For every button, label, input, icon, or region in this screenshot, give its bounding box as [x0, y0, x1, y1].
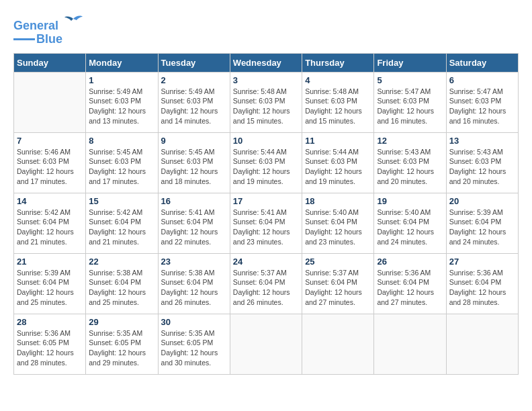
- calendar-cell: 15Sunrise: 5:42 AM Sunset: 6:04 PM Dayli…: [86, 193, 158, 253]
- calendar-cell: [302, 314, 374, 374]
- calendar-cell: 9Sunrise: 5:45 AM Sunset: 6:03 PM Daylig…: [158, 132, 230, 193]
- calendar-cell: 13Sunrise: 5:43 AM Sunset: 6:03 PM Dayli…: [446, 132, 518, 193]
- day-number: 9: [161, 136, 227, 146]
- calendar-cell: 30Sunrise: 5:35 AM Sunset: 6:05 PM Dayli…: [158, 314, 230, 374]
- calendar-cell: [14, 72, 86, 132]
- calendar-cell: 23Sunrise: 5:38 AM Sunset: 6:04 PM Dayli…: [158, 253, 230, 314]
- calendar-cell: 20Sunrise: 5:39 AM Sunset: 6:04 PM Dayli…: [446, 193, 518, 253]
- weekday-header-sunday: Sunday: [14, 53, 86, 72]
- calendar-week-3: 14Sunrise: 5:42 AM Sunset: 6:04 PM Dayli…: [14, 193, 519, 253]
- logo: General Blue: [13, 13, 83, 46]
- day-info: Sunrise: 5:38 AM Sunset: 6:04 PM Dayligh…: [89, 268, 154, 308]
- logo-bird-icon: [63, 13, 83, 30]
- day-info: Sunrise: 5:37 AM Sunset: 6:04 PM Dayligh…: [233, 268, 299, 308]
- calendar-cell: 27Sunrise: 5:36 AM Sunset: 6:04 PM Dayli…: [446, 253, 518, 314]
- calendar-cell: 21Sunrise: 5:39 AM Sunset: 6:04 PM Dayli…: [14, 253, 86, 314]
- day-info: Sunrise: 5:44 AM Sunset: 6:03 PM Dayligh…: [233, 147, 299, 187]
- day-info: Sunrise: 5:49 AM Sunset: 6:03 PM Dayligh…: [161, 87, 227, 126]
- day-number: 17: [233, 196, 299, 206]
- calendar-week-5: 28Sunrise: 5:36 AM Sunset: 6:05 PM Dayli…: [14, 314, 519, 374]
- day-number: 10: [233, 136, 299, 146]
- calendar-cell: 19Sunrise: 5:40 AM Sunset: 6:04 PM Dayli…: [374, 193, 446, 253]
- day-info: Sunrise: 5:48 AM Sunset: 6:03 PM Dayligh…: [305, 87, 371, 126]
- day-number: 21: [17, 257, 83, 267]
- day-number: 6: [449, 75, 515, 85]
- day-info: Sunrise: 5:45 AM Sunset: 6:03 PM Dayligh…: [89, 147, 154, 187]
- weekday-header-friday: Friday: [374, 53, 446, 72]
- day-info: Sunrise: 5:36 AM Sunset: 6:04 PM Dayligh…: [449, 268, 515, 308]
- day-number: 2: [161, 75, 227, 85]
- calendar-cell: 17Sunrise: 5:41 AM Sunset: 6:04 PM Dayli…: [230, 193, 302, 253]
- day-info: Sunrise: 5:46 AM Sunset: 6:03 PM Dayligh…: [17, 147, 83, 187]
- day-info: Sunrise: 5:42 AM Sunset: 6:04 PM Dayligh…: [89, 208, 154, 247]
- day-info: Sunrise: 5:37 AM Sunset: 6:04 PM Dayligh…: [305, 268, 371, 308]
- weekday-header-thursday: Thursday: [302, 53, 374, 72]
- logo-blue: Blue: [36, 32, 62, 46]
- day-number: 25: [305, 257, 371, 267]
- calendar-cell: 2Sunrise: 5:49 AM Sunset: 6:03 PM Daylig…: [158, 72, 230, 132]
- day-info: Sunrise: 5:43 AM Sunset: 6:03 PM Dayligh…: [377, 147, 443, 187]
- day-number: 7: [17, 136, 83, 146]
- day-number: 26: [377, 257, 443, 267]
- calendar-week-1: 1Sunrise: 5:49 AM Sunset: 6:03 PM Daylig…: [14, 72, 519, 132]
- calendar-cell: 3Sunrise: 5:48 AM Sunset: 6:03 PM Daylig…: [230, 72, 302, 132]
- calendar-cell: [374, 314, 446, 374]
- logo-text: General: [13, 13, 83, 34]
- calendar-week-2: 7Sunrise: 5:46 AM Sunset: 6:03 PM Daylig…: [14, 132, 519, 193]
- calendar-cell: 11Sunrise: 5:44 AM Sunset: 6:03 PM Dayli…: [302, 132, 374, 193]
- day-number: 18: [305, 196, 371, 206]
- day-info: Sunrise: 5:49 AM Sunset: 6:03 PM Dayligh…: [89, 87, 154, 126]
- day-number: 27: [449, 257, 515, 267]
- weekday-header-row: SundayMondayTuesdayWednesdayThursdayFrid…: [14, 53, 519, 72]
- logo-general: General: [13, 19, 58, 32]
- day-info: Sunrise: 5:48 AM Sunset: 6:03 PM Dayligh…: [233, 87, 299, 126]
- day-info: Sunrise: 5:36 AM Sunset: 6:05 PM Dayligh…: [17, 328, 83, 368]
- calendar-cell: 24Sunrise: 5:37 AM Sunset: 6:04 PM Dayli…: [230, 253, 302, 314]
- day-info: Sunrise: 5:39 AM Sunset: 6:04 PM Dayligh…: [449, 208, 515, 247]
- day-info: Sunrise: 5:42 AM Sunset: 6:04 PM Dayligh…: [17, 208, 83, 247]
- calendar-cell: 12Sunrise: 5:43 AM Sunset: 6:03 PM Dayli…: [374, 132, 446, 193]
- day-info: Sunrise: 5:45 AM Sunset: 6:03 PM Dayligh…: [161, 147, 227, 187]
- day-number: 4: [305, 75, 371, 85]
- day-number: 5: [377, 75, 443, 85]
- day-info: Sunrise: 5:36 AM Sunset: 6:04 PM Dayligh…: [377, 268, 443, 308]
- calendar-cell: 14Sunrise: 5:42 AM Sunset: 6:04 PM Dayli…: [14, 193, 86, 253]
- day-number: 1: [89, 75, 154, 85]
- calendar-cell: 26Sunrise: 5:36 AM Sunset: 6:04 PM Dayli…: [374, 253, 446, 314]
- calendar-cell: 7Sunrise: 5:46 AM Sunset: 6:03 PM Daylig…: [14, 132, 86, 193]
- day-info: Sunrise: 5:44 AM Sunset: 6:03 PM Dayligh…: [305, 147, 371, 187]
- day-info: Sunrise: 5:39 AM Sunset: 6:04 PM Dayligh…: [17, 268, 83, 308]
- calendar-cell: 29Sunrise: 5:35 AM Sunset: 6:05 PM Dayli…: [86, 314, 158, 374]
- calendar-cell: 25Sunrise: 5:37 AM Sunset: 6:04 PM Dayli…: [302, 253, 374, 314]
- day-number: 28: [17, 317, 83, 327]
- calendar-cell: 28Sunrise: 5:36 AM Sunset: 6:05 PM Dayli…: [14, 314, 86, 374]
- day-info: Sunrise: 5:40 AM Sunset: 6:04 PM Dayligh…: [305, 208, 371, 247]
- day-info: Sunrise: 5:40 AM Sunset: 6:04 PM Dayligh…: [377, 208, 443, 247]
- day-number: 23: [161, 257, 227, 267]
- day-number: 12: [377, 136, 443, 146]
- day-number: 14: [17, 196, 83, 206]
- weekday-header-tuesday: Tuesday: [158, 53, 230, 72]
- day-info: Sunrise: 5:47 AM Sunset: 6:03 PM Dayligh…: [377, 87, 443, 126]
- day-info: Sunrise: 5:43 AM Sunset: 6:03 PM Dayligh…: [449, 147, 515, 187]
- day-info: Sunrise: 5:35 AM Sunset: 6:05 PM Dayligh…: [161, 328, 227, 368]
- calendar-cell: 10Sunrise: 5:44 AM Sunset: 6:03 PM Dayli…: [230, 132, 302, 193]
- day-number: 11: [305, 136, 371, 146]
- day-number: 13: [449, 136, 515, 146]
- day-info: Sunrise: 5:38 AM Sunset: 6:04 PM Dayligh…: [161, 268, 227, 308]
- calendar-cell: [230, 314, 302, 374]
- calendar-cell: 6Sunrise: 5:47 AM Sunset: 6:03 PM Daylig…: [446, 72, 518, 132]
- calendar-cell: 8Sunrise: 5:45 AM Sunset: 6:03 PM Daylig…: [86, 132, 158, 193]
- calendar-cell: 16Sunrise: 5:41 AM Sunset: 6:04 PM Dayli…: [158, 193, 230, 253]
- calendar-cell: 18Sunrise: 5:40 AM Sunset: 6:04 PM Dayli…: [302, 193, 374, 253]
- weekday-header-monday: Monday: [86, 53, 158, 72]
- day-number: 24: [233, 257, 299, 267]
- calendar-table: SundayMondayTuesdayWednesdayThursdayFrid…: [13, 53, 519, 375]
- day-info: Sunrise: 5:41 AM Sunset: 6:04 PM Dayligh…: [233, 208, 299, 247]
- calendar-cell: 22Sunrise: 5:38 AM Sunset: 6:04 PM Dayli…: [86, 253, 158, 314]
- calendar-cell: 4Sunrise: 5:48 AM Sunset: 6:03 PM Daylig…: [302, 72, 374, 132]
- page-header: General Blue: [13, 13, 519, 46]
- calendar-cell: [446, 314, 518, 374]
- calendar-cell: 1Sunrise: 5:49 AM Sunset: 6:03 PM Daylig…: [86, 72, 158, 132]
- day-number: 3: [233, 75, 299, 85]
